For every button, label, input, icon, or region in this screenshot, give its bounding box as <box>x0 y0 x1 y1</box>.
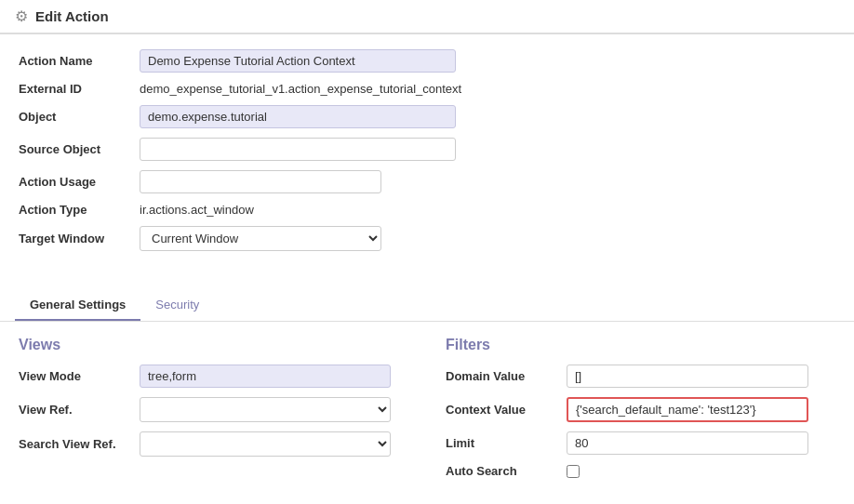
tabs-bar: General Settings Security <box>0 290 854 322</box>
domain-value-input[interactable] <box>567 365 808 388</box>
context-value-label: Context Value <box>446 403 567 417</box>
search-view-ref-select[interactable] <box>140 431 391 457</box>
source-object-row: Source Object <box>19 138 835 161</box>
search-view-ref-label: Search View Ref. <box>19 437 140 451</box>
limit-input[interactable] <box>567 431 808 455</box>
action-name-label: Action Name <box>19 54 140 68</box>
edit-action-icon: ⚙ <box>15 7 28 25</box>
target-window-label: Target Window <box>19 232 140 245</box>
sections-container: Views View Mode View Ref. Search View Re… <box>0 322 854 502</box>
page-title: Edit Action <box>35 8 109 24</box>
auto-search-checkbox-container <box>567 465 580 478</box>
object-row: Object <box>19 105 835 128</box>
target-window-select[interactable]: Current Window New Window Inline Fullscr… <box>140 226 381 251</box>
context-value-row: Context Value <box>446 397 835 422</box>
external-id-row: External ID demo_expense_tutorial_v1.act… <box>19 82 835 96</box>
target-window-row: Target Window Current Window New Window … <box>19 226 835 251</box>
limit-label: Limit <box>446 436 567 450</box>
domain-value-row: Domain Value <box>446 365 835 388</box>
filters-section-title: Filters <box>446 337 835 353</box>
tab-security[interactable]: Security <box>140 290 214 321</box>
action-usage-label: Action Usage <box>19 175 140 189</box>
source-object-input[interactable] <box>140 138 456 161</box>
search-view-ref-row: Search View Ref. <box>19 431 408 457</box>
views-section: Views View Mode View Ref. Search View Re… <box>19 337 408 487</box>
tab-general-settings[interactable]: General Settings <box>15 290 140 321</box>
page-header: ⚙ Edit Action <box>0 0 854 33</box>
view-mode-row: View Mode <box>19 365 408 388</box>
action-name-input[interactable] <box>140 49 456 73</box>
limit-row: Limit <box>446 431 835 455</box>
action-name-row: Action Name <box>19 49 835 73</box>
action-usage-row: Action Usage <box>19 170 835 193</box>
view-mode-input[interactable] <box>140 365 391 388</box>
auto-search-row: Auto Search <box>446 464 835 478</box>
external-id-value: demo_expense_tutorial_v1.action_expense_… <box>140 82 461 96</box>
view-mode-label: View Mode <box>19 369 140 383</box>
context-value-input[interactable] <box>567 397 808 422</box>
auto-search-checkbox[interactable] <box>567 465 580 478</box>
view-ref-select[interactable] <box>140 397 391 422</box>
view-ref-label: View Ref. <box>19 403 140 417</box>
object-input[interactable] <box>140 105 456 128</box>
action-type-value: ir.actions.act_window <box>140 203 254 217</box>
view-ref-row: View Ref. <box>19 397 408 422</box>
action-type-label: Action Type <box>19 203 140 217</box>
auto-search-label: Auto Search <box>446 464 567 478</box>
action-usage-input[interactable] <box>140 170 381 193</box>
views-section-title: Views <box>19 337 408 353</box>
object-label: Object <box>19 110 140 124</box>
action-type-row: Action Type ir.actions.act_window <box>19 203 835 217</box>
source-object-label: Source Object <box>19 142 140 156</box>
main-form: Action Name External ID demo_expense_tut… <box>0 34 854 275</box>
external-id-label: External ID <box>19 82 140 96</box>
filters-section: Filters Domain Value Context Value Limit… <box>446 337 835 487</box>
domain-value-label: Domain Value <box>446 369 567 383</box>
